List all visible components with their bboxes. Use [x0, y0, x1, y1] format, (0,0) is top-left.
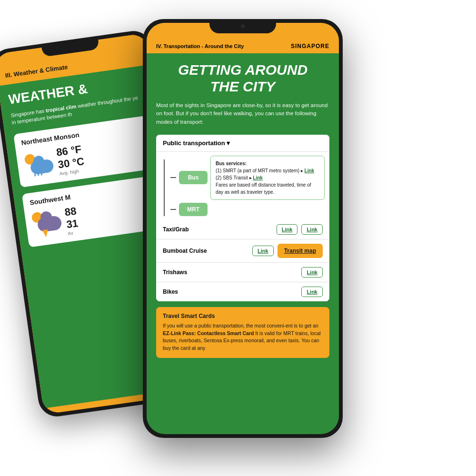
- rain-drops: [34, 172, 43, 177]
- sun-cloud-icon: [23, 150, 54, 178]
- tree-connector: [161, 156, 168, 216]
- smrt-link[interactable]: Link: [305, 168, 315, 173]
- transit-map-button[interactable]: Transit map: [278, 244, 323, 258]
- bus-label: Bus: [179, 171, 208, 184]
- bikes-link[interactable]: Link: [301, 287, 323, 297]
- bikes-label: Bikes: [163, 288, 298, 295]
- dark-cloud-shape: [37, 215, 62, 233]
- public-transport-dropdown[interactable]: Public transportation ▾: [156, 135, 329, 152]
- sbs-link[interactable]: Link: [253, 175, 263, 180]
- bikes-row: Bikes Link: [156, 282, 329, 301]
- bumboat-link[interactable]: Link: [252, 246, 274, 256]
- section-title: IV. Transportation - Around the City: [156, 43, 244, 49]
- taxi-row: Taxi/Grab Link Link: [156, 220, 329, 239]
- page-title: Getting AROUND THE CITY: [156, 62, 329, 95]
- lightning-shape: [42, 229, 49, 238]
- bumboat-row: Bumboat Cruise Link Transit map: [156, 239, 329, 263]
- camera-dot: [241, 24, 245, 28]
- taxi-label: Taxi/Grab: [163, 226, 273, 233]
- bumboat-label: Bumboat Cruise: [163, 248, 248, 254]
- mrt-label: MRT: [179, 203, 208, 216]
- temp-info: 86 °F 30 °C Avg. high: [56, 134, 149, 176]
- taxi-link2[interactable]: Link: [301, 224, 323, 235]
- trishaws-link[interactable]: Link: [301, 267, 323, 278]
- front-phone: IV. Transportation - Around the City SIN…: [143, 19, 343, 438]
- northeast-card: Northeast Monson 86 °F: [13, 115, 157, 188]
- smart-card-text: If you will use a public transportation,…: [163, 322, 323, 352]
- bus-info-text: Bus services: (1) SMRT (a part of MRT me…: [216, 161, 314, 195]
- intro-text: Most of the sights in Singapore are clos…: [156, 101, 329, 126]
- bus-info: Bus services: (1) SMRT (a part of MRT me…: [210, 156, 325, 200]
- front-phone-notch: [209, 19, 276, 33]
- trishaws-label: Trishaws: [163, 269, 298, 276]
- smart-card-section: Travel Smart Cards If you will use a pub…: [156, 307, 329, 358]
- transport-tree: Bus Bus services: (1) SMRT (a part of MR…: [156, 152, 329, 220]
- trishaws-row: Trishaws Link: [156, 263, 329, 282]
- section-nav: IV. Transportation - Around the City SIN…: [147, 43, 339, 53]
- smart-card-title: Travel Smart Cards: [163, 313, 323, 319]
- thunder-icon: [31, 209, 63, 239]
- front-content[interactable]: Getting AROUND THE CITY Most of the sigh…: [147, 53, 339, 422]
- transport-section: Public transportation ▾: [156, 135, 329, 301]
- mrt-row: MRT: [170, 203, 325, 216]
- smart-card-bold: EZ-Link Pass: Contactless Smart Card: [163, 330, 254, 336]
- front-phone-screen: IV. Transportation - Around the City SIN…: [147, 23, 339, 434]
- city-label: SINGAPORE: [291, 43, 329, 50]
- tropical-bold: tropical clim: [45, 103, 77, 113]
- taxi-link1[interactable]: Link: [277, 224, 298, 235]
- bus-row: Bus Bus services: (1) SMRT (a part of MR…: [170, 156, 325, 200]
- cloud-shape: [30, 159, 54, 175]
- public-transport-label: Public transportation ▾: [163, 139, 230, 147]
